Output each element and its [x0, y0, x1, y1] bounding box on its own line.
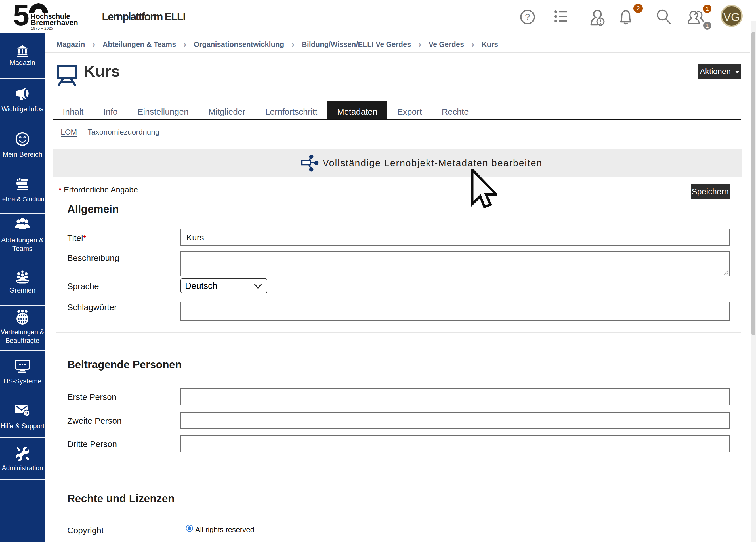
- svg-text:5: 5: [13, 2, 29, 31]
- svg-text:Bremerhaven: Bremerhaven: [31, 18, 78, 27]
- svg-text:?: ?: [25, 411, 28, 417]
- svg-text:?: ?: [525, 12, 530, 22]
- svg-text:1975 – 2025: 1975 – 2025: [31, 26, 53, 30]
